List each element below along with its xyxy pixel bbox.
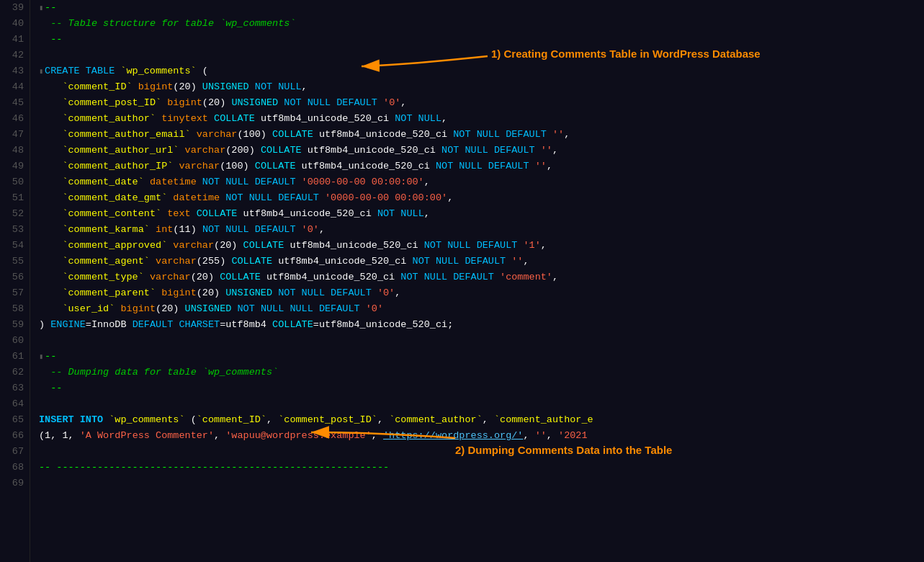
code-line-55: `comment_agent` varchar(255) COLLATE utf… <box>39 254 924 269</box>
code-line-62: -- Dumping data for table `wp_comments` <box>39 365 924 380</box>
code-line-54: `comment_approved` varchar(20) COLLATE u… <box>39 238 924 254</box>
code-line-60 <box>39 333 924 349</box>
code-line-67 <box>39 444 924 460</box>
code-line-43: ▮CREATE TABLE `wp_comments` ( <box>39 63 924 79</box>
code-line-45: `comment_post_ID` bigint(20) UNSIGNED NO… <box>39 95 924 111</box>
code-line-47: `comment_author_email` varchar(100) COLL… <box>39 127 924 143</box>
line-numbers: 39 40 41 42 43 44 45 46 47 48 49 50 51 5… <box>0 0 30 562</box>
code-line-66: (1, 1, 'A WordPress Commenter', 'wapuu@w… <box>39 428 924 444</box>
code-line-49: `comment_author_IP` varchar(100) COLLATE… <box>39 159 924 174</box>
fold-icon-39[interactable]: ▮ <box>39 4 43 12</box>
code-line-48: `comment_author_url` varchar(200) COLLAT… <box>39 143 924 159</box>
code-line-50: `comment_date` datetime NOT NULL DEFAULT… <box>39 174 924 190</box>
code-line-53: `comment_karma` int(11) NOT NULL DEFAULT… <box>39 222 924 238</box>
code-line-64 <box>39 396 924 412</box>
code-line-46: `comment_author` tinytext COLLATE utf8mb… <box>39 111 924 127</box>
code-content: ▮-- -- Table structure for table `wp_com… <box>30 0 924 562</box>
code-line-63: -- <box>39 380 924 396</box>
code-line-40: -- Table structure for table `wp_comment… <box>39 16 924 32</box>
code-line-61: ▮-- <box>39 349 924 365</box>
code-line-41: -- <box>39 32 924 48</box>
code-line-57: `comment_parent` bigint(20) UNSIGNED NOT… <box>39 285 924 301</box>
code-line-51: `comment_date_gmt` datetime NOT NULL DEF… <box>39 190 924 206</box>
code-area: 39 40 41 42 43 44 45 46 47 48 49 50 51 5… <box>0 0 924 562</box>
code-line-58: `user_id` bigint(20) UNSIGNED NOT NULL N… <box>39 301 924 317</box>
code-line-65: INSERT INTO `wp_comments` (`comment_ID`,… <box>39 412 924 428</box>
code-line-68: -- -------------------------------------… <box>39 460 924 476</box>
code-line-44: `comment_ID` bigint(20) UNSIGNED NOT NUL… <box>39 79 924 95</box>
editor: 39 40 41 42 43 44 45 46 47 48 49 50 51 5… <box>0 0 924 562</box>
fold-icon-61[interactable]: ▮ <box>39 353 43 361</box>
code-line-39: ▮-- <box>39 0 924 16</box>
code-line-56: `comment_type` varchar(20) COLLATE utf8m… <box>39 269 924 285</box>
code-line-42 <box>39 48 924 63</box>
fold-icon-43[interactable]: ▮ <box>39 68 43 76</box>
code-line-52: `comment_content` text COLLATE utf8mb4_u… <box>39 206 924 222</box>
code-line-59: ) ENGINE=InnoDB DEFAULT CHARSET=utf8mb4 … <box>39 317 924 333</box>
